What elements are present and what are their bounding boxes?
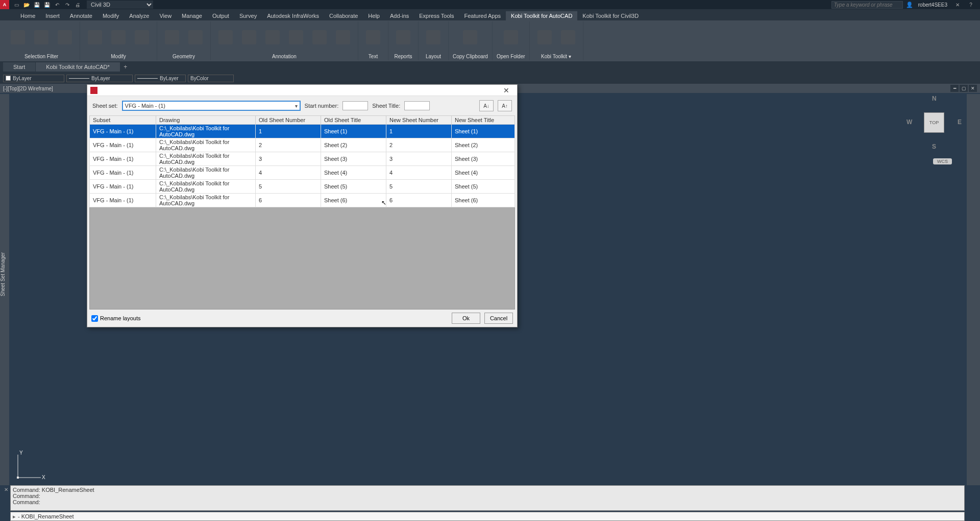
- ribbon-tab[interactable]: Kobi Toolkit for AutoCAD: [506, 11, 577, 20]
- ribbon-tab[interactable]: Manage: [177, 11, 207, 20]
- ribbon-tab[interactable]: Annotate: [65, 11, 97, 20]
- qat-undo-icon[interactable]: ↶: [53, 0, 62, 9]
- ribbon-tab[interactable]: Express Tools: [414, 11, 459, 20]
- ribbon-button[interactable]: [108, 22, 129, 52]
- table-header[interactable]: Old Sheet Title: [321, 116, 386, 125]
- color-select[interactable]: ByColor: [188, 75, 234, 82]
- ribbon-tab[interactable]: Collaborate: [324, 11, 363, 20]
- ribbon-button[interactable]: [500, 22, 522, 52]
- qat-new-icon[interactable]: ▭: [12, 0, 21, 9]
- sort-desc-button[interactable]: A↑: [498, 100, 512, 111]
- exchange-icon[interactable]: ✕: [953, 0, 962, 9]
- layer-select[interactable]: ByLayer: [3, 75, 64, 82]
- ribbon-button[interactable]: [31, 22, 52, 52]
- ribbon-button[interactable]: [557, 22, 579, 52]
- doc-tab[interactable]: Start: [3, 62, 36, 72]
- ribbon-button[interactable]: [309, 22, 330, 52]
- table-row[interactable]: VFG - Main - (1)C:\_Kobilabs\Kobi Toolki…: [90, 125, 515, 138]
- user-menu[interactable]: robert4SEE3: [916, 2, 949, 8]
- ribbon-button[interactable]: [393, 22, 414, 52]
- ribbon-panel-title: Layout: [426, 54, 441, 59]
- viewport-minimize-icon[interactable]: ━: [950, 85, 959, 92]
- ribbon-tab[interactable]: Kobi Toolkit for Civil3D: [577, 11, 644, 20]
- ribbon-button[interactable]: [534, 22, 555, 52]
- ribbon-tab[interactable]: Featured Apps: [459, 11, 506, 20]
- command-input[interactable]: ▸ - KOBI_RenameSheet: [10, 512, 965, 521]
- qat-saveas-icon[interactable]: 💾: [42, 0, 52, 9]
- ribbon-button[interactable]: [285, 22, 307, 52]
- viewport-maximize-icon[interactable]: ▢: [960, 85, 968, 92]
- ribbon-tab[interactable]: Home: [15, 11, 40, 20]
- ribbon-panel-title: Open Folder: [497, 54, 525, 59]
- table-header[interactable]: New Sheet Number: [386, 116, 452, 125]
- dialog-controls-row: Sheet set: VFG - Main - (1) ▾ Start numb…: [87, 96, 517, 115]
- ribbon-tab[interactable]: Analyze: [124, 11, 154, 20]
- table-header[interactable]: New Sheet Title: [452, 116, 515, 125]
- ribbon-button[interactable]: [131, 22, 153, 52]
- table-row[interactable]: VFG - Main - (1)C:\_Kobilabs\Kobi Toolki…: [90, 152, 515, 166]
- view-cube-face[interactable]: TOP: [924, 112, 944, 133]
- view-cube[interactable]: TOP N S E W: [909, 97, 960, 148]
- wcs-badge[interactable]: WCS: [933, 158, 952, 164]
- ribbon-button[interactable]: [423, 22, 444, 52]
- ribbon-button[interactable]: [362, 22, 384, 52]
- ribbon-button[interactable]: [54, 22, 76, 52]
- ribbon-button[interactable]: [7, 22, 29, 52]
- dialog-titlebar[interactable]: ✕: [87, 85, 517, 96]
- table-row[interactable]: VFG - Main - (1)C:\_Kobilabs\Kobi Toolki…: [90, 138, 515, 152]
- ok-button[interactable]: Ok: [452, 313, 480, 324]
- ribbon-button[interactable]: [332, 22, 354, 52]
- rename-layouts-checkbox[interactable]: Rename layouts: [91, 315, 141, 322]
- table-row[interactable]: VFG - Main - (1)C:\_Kobilabs\Kobi Toolki…: [90, 194, 515, 207]
- table-row[interactable]: VFG - Main - (1)C:\_Kobilabs\Kobi Toolki…: [90, 166, 515, 180]
- ribbon-tab[interactable]: Autodesk InfraWorks: [262, 11, 324, 20]
- dialog-close-button[interactable]: ✕: [499, 86, 514, 94]
- ribbon-tab[interactable]: Help: [363, 11, 385, 20]
- sheet-set-manager-tab[interactable]: Sheet Set Manager: [0, 94, 9, 485]
- table-header[interactable]: Old Sheet Number: [256, 116, 321, 125]
- sheet-set-select[interactable]: VFG - Main - (1) ▾: [122, 101, 301, 111]
- qat-redo-icon[interactable]: ↷: [63, 0, 72, 9]
- linetype-select[interactable]: ByLayer: [66, 75, 133, 82]
- ribbon-button[interactable]: [215, 22, 236, 52]
- viewport-label[interactable]: [-][Top][2D Wireframe]: [3, 86, 53, 91]
- new-tab-button[interactable]: +: [120, 63, 131, 70]
- ribbon-tab[interactable]: View: [154, 11, 177, 20]
- ribbon-tab[interactable]: Insert: [40, 11, 65, 20]
- cmd-close-icon[interactable]: ✕: [3, 487, 10, 494]
- svg-text:X: X: [42, 475, 45, 480]
- viewport-close-icon[interactable]: ✕: [969, 85, 977, 92]
- table-header[interactable]: Subset: [90, 116, 156, 125]
- ribbon-tab[interactable]: Modify: [97, 11, 124, 20]
- rename-layouts-check-input[interactable]: [91, 315, 98, 322]
- qat-save-icon[interactable]: 💾: [32, 0, 41, 9]
- signin-icon[interactable]: 👤: [906, 2, 913, 8]
- ribbon-panel-dropdown[interactable]: Kobi Toolkit ▾: [541, 54, 571, 59]
- cancel-button[interactable]: Cancel: [484, 313, 513, 324]
- table-header[interactable]: Drawing: [156, 116, 256, 125]
- table-row[interactable]: VFG - Main - (1)C:\_Kobilabs\Kobi Toolki…: [90, 180, 515, 194]
- lineweight-select[interactable]: ByLayer: [135, 75, 186, 82]
- ribbon-tab[interactable]: Survey: [234, 11, 262, 20]
- ribbon-panel-title: Geometry: [173, 54, 195, 59]
- ribbon-panel-title: Selection Filter: [24, 54, 58, 59]
- ribbon-button[interactable]: [459, 22, 481, 52]
- ribbon-button[interactable]: [262, 22, 283, 52]
- sort-asc-button[interactable]: A↓: [479, 100, 494, 111]
- search-input[interactable]: [831, 1, 903, 9]
- help-icon[interactable]: ?: [966, 0, 975, 9]
- start-number-input[interactable]: [342, 101, 368, 110]
- sheet-title-input[interactable]: [404, 101, 430, 110]
- ribbon-button[interactable]: [84, 22, 106, 52]
- workspace-select[interactable]: Civil 3D: [87, 1, 153, 9]
- qat-open-icon[interactable]: 📂: [22, 0, 31, 9]
- ribbon-button[interactable]: [185, 22, 206, 52]
- tool-icon: [289, 30, 303, 44]
- ribbon-tab[interactable]: Add-ins: [385, 11, 414, 20]
- ribbon-button[interactable]: [238, 22, 260, 52]
- table-cell: Sheet (1): [321, 125, 386, 138]
- ribbon-button[interactable]: [161, 22, 183, 52]
- ribbon-tab[interactable]: Output: [207, 11, 234, 20]
- qat-print-icon[interactable]: 🖨: [73, 0, 82, 9]
- doc-tab[interactable]: Kobi Toolkit for AutoCAD*: [36, 62, 120, 72]
